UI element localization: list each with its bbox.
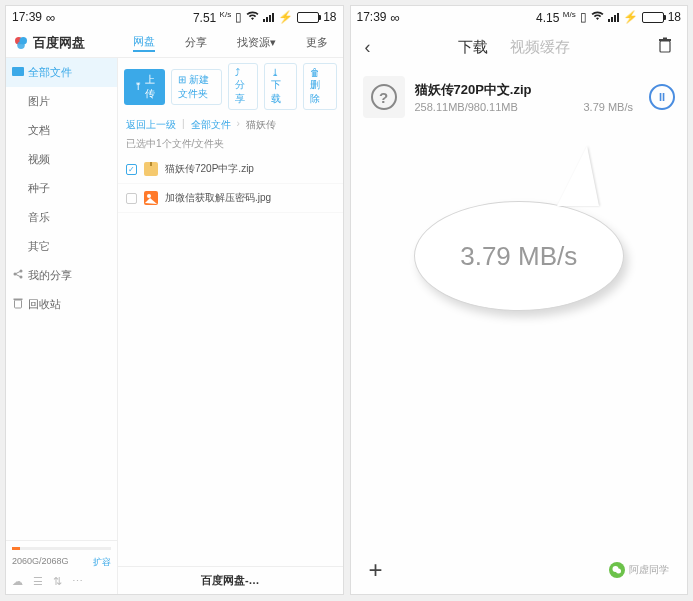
sidebar-item-doc[interactable]: 文档 [6, 116, 117, 145]
screen-baidu-netdisk: 17:39 ∞ 7.51 K/s ▯ ⚡ 18 百度网盘 网盘 [5, 5, 344, 595]
svg-rect-15 [663, 38, 667, 40]
breadcrumb: 返回上一级 | 全部文件 › 猫妖传 [118, 115, 343, 135]
battery-icon [297, 12, 319, 23]
status-time: 17:39 [12, 10, 42, 24]
status-time: 17:39 [357, 10, 387, 24]
toolbar: ⤒上传 ⊞ 新建文件夹 ⤴ 分享 ⤓ 下载 🗑 删除 [118, 58, 343, 115]
file-panel: ⤒上传 ⊞ 新建文件夹 ⤴ 分享 ⤓ 下载 🗑 删除 返回上一级 | 全部文件 … [118, 58, 343, 594]
download-progress: 258.11MB/980.11MB [415, 101, 518, 113]
sidebar-item-recycle[interactable]: 回收站 [6, 290, 117, 319]
app-footer: 百度网盘-… [118, 566, 343, 594]
tab-netdisk[interactable]: 网盘 [133, 34, 155, 52]
svg-rect-3 [12, 67, 24, 76]
tab-resources[interactable]: 找资源▾ [237, 35, 276, 50]
sim-icon: ▯ [235, 10, 242, 24]
question-icon: ? [371, 84, 397, 110]
sidebar-item-seed[interactable]: 种子 [6, 174, 117, 203]
checkbox-icon[interactable]: ✓ [126, 164, 137, 175]
svg-rect-10 [150, 162, 152, 166]
crumb-current: 猫妖传 [246, 118, 276, 132]
battery-icon [642, 12, 664, 23]
trash-icon [12, 297, 24, 309]
wechat-icon [609, 562, 625, 578]
sidebar-item-other[interactable]: 其它 [6, 232, 117, 261]
baidu-logo-icon [12, 34, 30, 52]
download-filename: 猫妖传720P中文.zip [415, 81, 634, 99]
status-bar: 17:39 ∞ 7.51 K/s ▯ ⚡ 18 [6, 6, 343, 28]
share-icon [12, 268, 24, 280]
image-file-icon [143, 190, 159, 206]
sidebar-item-pic[interactable]: 图片 [6, 87, 117, 116]
sidebar-item-all[interactable]: 全部文件 [6, 58, 117, 87]
cloud-icon[interactable]: ☁ [12, 575, 23, 588]
svg-rect-8 [14, 299, 23, 301]
wifi-icon [591, 10, 604, 24]
download-header: ‹ 下载 视频缓存 [351, 28, 688, 66]
sidebar-item-music[interactable]: 音乐 [6, 203, 117, 232]
newfolder-button[interactable]: ⊞ 新建文件夹 [171, 69, 222, 105]
screen-download-manager: 17:39 ∞ 4.15 M/s ▯ ⚡ 18 ‹ 下载 视频缓存 [350, 5, 689, 595]
speed-callout: 3.79 MB/s [351, 146, 688, 311]
signal-icon [608, 13, 619, 22]
sidebar-item-share[interactable]: 我的分享 [6, 261, 117, 290]
share-button[interactable]: ⤴ 分享 [228, 63, 259, 110]
brand-name: 百度网盘 [33, 34, 85, 52]
status-bar: 17:39 ∞ 4.15 M/s ▯ ⚡ 18 [351, 6, 688, 28]
tab-video-cache[interactable]: 视频缓存 [510, 38, 570, 57]
callout-text: 3.79 MB/s [414, 201, 624, 311]
zip-file-icon [143, 161, 159, 177]
storage-expand[interactable]: 扩容 [93, 556, 111, 569]
sim-icon: ▯ [580, 10, 587, 24]
svg-point-17 [616, 569, 621, 574]
file-row-zip[interactable]: ✓ 猫妖传720P中字.zip [118, 155, 343, 184]
delete-all-button[interactable] [657, 37, 673, 57]
crumb-back[interactable]: 返回上一级 [126, 118, 176, 132]
tab-more[interactable]: 更多 [306, 35, 328, 50]
sidebar-item-video[interactable]: 视频 [6, 145, 117, 174]
app-header: 百度网盘 网盘 分享 找资源▾ 更多 [6, 28, 343, 58]
charge-icon: ⚡ [278, 10, 293, 24]
battery-pct: 18 [323, 10, 336, 24]
charge-icon: ⚡ [623, 10, 638, 24]
storage-text: 2060G/2068G [12, 556, 69, 569]
storage-panel: 2060G/2068G 扩容 ☁ ☰ ⇅ ⋯ [6, 540, 117, 594]
bottom-bar: + 阿虚同学 [351, 546, 688, 594]
svg-rect-14 [659, 39, 671, 41]
add-button[interactable]: + [369, 556, 383, 584]
crumb-all[interactable]: 全部文件 [191, 118, 231, 132]
file-name: 猫妖传720P中字.zip [165, 162, 254, 176]
checkbox-icon[interactable] [126, 193, 137, 204]
tab-share[interactable]: 分享 [185, 35, 207, 50]
svg-rect-13 [660, 41, 670, 52]
upload-button[interactable]: ⤒上传 [124, 69, 165, 105]
file-name: 加微信获取解压密码.jpg [165, 191, 271, 205]
battery-pct: 18 [668, 10, 681, 24]
infinity-icon: ∞ [46, 10, 55, 25]
watermark: 阿虚同学 [609, 562, 669, 578]
delete-button[interactable]: 🗑 删除 [303, 63, 337, 110]
sidebar: 全部文件 图片 文档 视频 种子 音乐 其它 我的分享 回收站 [6, 58, 118, 594]
storage-bar [12, 547, 111, 550]
download-speed: 3.79 MB/s [583, 101, 633, 113]
more-icon[interactable]: ⋯ [72, 575, 83, 588]
file-thumbnail: ? [363, 76, 405, 118]
tab-download[interactable]: 下载 [458, 38, 488, 57]
wifi-icon [246, 10, 259, 24]
selection-meta: 已选中1个文件/文件夹 [118, 135, 343, 155]
download-item[interactable]: ? 猫妖传720P中文.zip 258.11MB/980.11MB 3.79 M… [351, 66, 688, 128]
download-button[interactable]: ⤓ 下载 [264, 63, 297, 110]
transfer-icon[interactable]: ⇅ [53, 575, 62, 588]
infinity-icon: ∞ [391, 10, 400, 25]
file-row-jpg[interactable]: 加微信获取解压密码.jpg [118, 184, 343, 213]
list-icon[interactable]: ☰ [33, 575, 43, 588]
signal-icon [263, 13, 274, 22]
pause-button[interactable]: II [649, 84, 675, 110]
svg-point-12 [147, 194, 151, 198]
svg-point-2 [17, 41, 25, 49]
svg-rect-7 [15, 300, 22, 308]
folder-icon [12, 65, 24, 77]
